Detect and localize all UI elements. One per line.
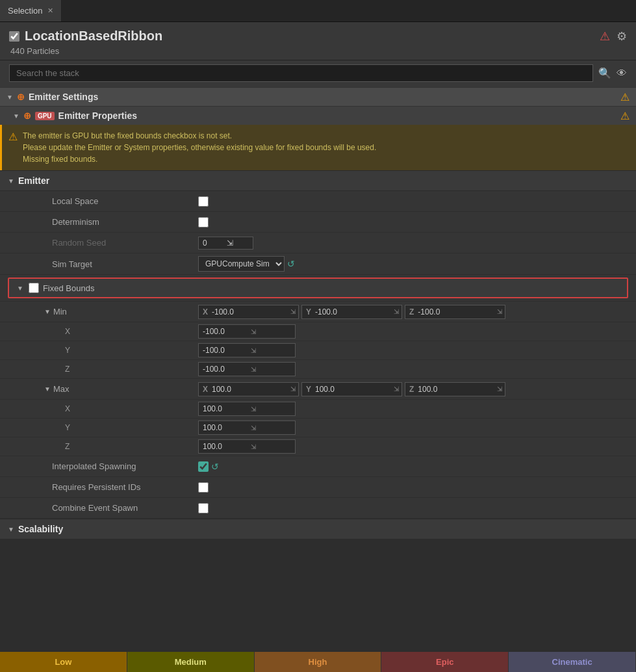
sim-target-value: GPUCompute Sim ↺ <box>198 256 636 272</box>
min-x-label-badge: X <box>199 305 210 318</box>
min-x-sub-expand[interactable]: ⇲ <box>248 326 295 337</box>
emitter-section-arrow: ▼ <box>8 177 14 185</box>
max-arrow: ▼ <box>44 385 51 393</box>
random-seed-number: 0 <box>203 239 227 248</box>
local-space-row: Local Space <box>0 191 636 212</box>
min-z-sub-expand[interactable]: ⇲ <box>248 364 295 375</box>
scalability-section-header[interactable]: ▼ Scalability <box>0 519 636 539</box>
warning-line2: Please update the Emitter or System prop… <box>23 142 376 153</box>
interpolated-spawning-value: ↺ <box>198 461 636 472</box>
max-x-sub-expand[interactable]: ⇲ <box>248 404 295 415</box>
warning-line3: Missing fixed bounds. <box>23 153 376 165</box>
requires-persistent-ids-checkbox[interactable] <box>198 482 209 493</box>
scalability-tab-epic[interactable]: Epic <box>381 652 509 672</box>
min-z-field[interactable]: Z -100.0 ⇲ <box>405 305 505 319</box>
warning-icon-header[interactable]: ⚠ <box>600 29 610 44</box>
min-z-expand-icon[interactable]: ⇲ <box>494 306 505 317</box>
max-x-sub-label: X <box>0 404 198 413</box>
min-x-sub-input[interactable]: -100.0 ⇲ <box>198 324 296 339</box>
bottom-area: Low Medium High Epic Cinematic <box>0 652 636 672</box>
tab-bar: Selection ✕ <box>0 0 636 22</box>
particle-count: 440 Particles <box>10 46 627 56</box>
interpolated-spawning-row: Interpolated Spawning ↺ <box>0 456 636 477</box>
interpolated-spawning-reset-icon[interactable]: ↺ <box>211 461 219 472</box>
min-y-field[interactable]: Y -100.0 ⇲ <box>301 305 402 319</box>
max-label: ▼ Max <box>0 384 198 394</box>
eye-icon[interactable]: 👁 <box>617 68 627 79</box>
warning-box: ⚠ The emitter is GPU but the fixed bound… <box>0 125 636 170</box>
max-x-expand-icon[interactable]: ⇲ <box>288 383 298 394</box>
warning-line1: The emitter is GPU but the fixed bounds … <box>23 130 376 142</box>
combine-event-spawn-label: Combine Event Spawn <box>0 503 198 513</box>
gpu-badge: GPU <box>35 112 55 120</box>
min-z-sub-input[interactable]: -100.0 ⇲ <box>198 362 296 376</box>
emitter-settings-header[interactable]: ▼ ⊕ Emitter Settings ⚠ <box>0 87 636 106</box>
interpolated-spawning-label: Interpolated Spawning <box>0 461 198 471</box>
random-seed-expand-icon[interactable]: ⇲ <box>227 239 251 248</box>
emitter-properties-header[interactable]: ▼ ⊕ GPU Emitter Properties ⚠ <box>0 106 636 125</box>
min-y-sub-input[interactable]: -100.0 ⇲ <box>198 343 296 357</box>
max-row: ▼ Max X 100.0 ⇲ Y 100.0 ⇲ Z 100.0 ⇲ <box>0 379 636 400</box>
max-z-label-badge: Z <box>405 383 416 396</box>
random-seed-field[interactable]: 0 ⇲ <box>198 237 253 250</box>
emitter-settings-warning: ⚠ <box>620 91 630 103</box>
warning-text: The emitter is GPU but the fixed bounds … <box>23 130 376 165</box>
fixed-bounds-row[interactable]: ▼ Fixed Bounds <box>8 278 628 298</box>
emitter-properties-warning: ⚠ <box>620 110 630 122</box>
max-x-sub-input[interactable]: 100.0 ⇲ <box>198 402 296 416</box>
max-z-expand-icon[interactable]: ⇲ <box>494 383 505 394</box>
emitter-section-header[interactable]: ▼ Emitter <box>0 170 636 191</box>
search-icon[interactable]: 🔍 <box>598 67 611 79</box>
search-input[interactable] <box>9 64 593 82</box>
max-y-field[interactable]: Y 100.0 ⇲ <box>301 382 402 396</box>
requires-persistent-ids-label: Requires Persistent IDs <box>0 482 198 492</box>
tab-label: Selection <box>8 6 42 16</box>
local-space-label: Local Space <box>0 196 198 206</box>
scalability-tab-medium[interactable]: Medium <box>127 652 255 672</box>
max-xyz-values: X 100.0 ⇲ Y 100.0 ⇲ Z 100.0 ⇲ <box>198 382 636 396</box>
gear-icon-header[interactable]: ⚙ <box>617 29 627 44</box>
max-x-label-badge: X <box>199 383 210 396</box>
min-z-sub-label: Z <box>0 365 198 374</box>
emitter-properties-icon: ⊕ <box>23 110 31 121</box>
emitter-enabled-checkbox[interactable] <box>9 31 19 42</box>
fixed-bounds-checkbox[interactable] <box>29 283 39 293</box>
scalability-label: Scalability <box>18 524 63 534</box>
max-y-label-badge: Y <box>302 383 314 396</box>
max-x-value: 100.0 <box>210 383 288 396</box>
scalability-tab-high[interactable]: High <box>255 652 382 672</box>
emitter-name: LocationBasedRibbon <box>25 29 162 44</box>
combine-event-spawn-checkbox[interactable] <box>198 503 209 513</box>
max-y-sub-expand[interactable]: ⇲ <box>248 422 295 433</box>
emitter-section-label: Emitter <box>18 175 49 186</box>
scalability-tab-low[interactable]: Low <box>0 652 127 672</box>
min-y-sub-expand[interactable]: ⇲ <box>248 345 295 356</box>
props-area: Local Space Determinism Random Seed 0 ⇲ … <box>0 191 636 519</box>
sim-target-select[interactable]: GPUCompute Sim <box>198 256 285 272</box>
local-space-checkbox[interactable] <box>198 196 209 207</box>
max-y-expand-icon[interactable]: ⇲ <box>391 383 401 394</box>
min-z-sub-number: -100.0 <box>199 363 248 376</box>
combine-event-spawn-row: Combine Event Spawn <box>0 498 636 519</box>
max-z-sub-row: Z 100.0 ⇲ <box>0 437 636 456</box>
min-z-sub-row: Z -100.0 ⇲ <box>0 360 636 379</box>
min-x-field[interactable]: X -100.0 ⇲ <box>198 305 299 319</box>
max-z-sub-input[interactable]: 100.0 ⇲ <box>198 439 296 454</box>
sim-target-reset-icon[interactable]: ↺ <box>287 259 295 269</box>
min-y-sub-label: Y <box>0 346 198 355</box>
selection-tab[interactable]: Selection ✕ <box>0 0 62 21</box>
emitter-title: LocationBasedRibbon <box>9 29 162 44</box>
max-y-sub-input[interactable]: 100.0 ⇲ <box>198 420 296 435</box>
tab-close-button[interactable]: ✕ <box>47 6 53 15</box>
min-y-expand-icon[interactable]: ⇲ <box>391 306 401 317</box>
max-y-sub-value: 100.0 ⇲ <box>198 420 636 435</box>
min-xyz-values: X -100.0 ⇲ Y -100.0 ⇲ Z -100.0 ⇲ <box>198 305 636 319</box>
interpolated-spawning-checkbox[interactable] <box>198 461 209 472</box>
sim-target-row: Sim Target GPUCompute Sim ↺ <box>0 253 636 275</box>
min-x-expand-icon[interactable]: ⇲ <box>288 306 298 317</box>
max-z-field[interactable]: Z 100.0 ⇲ <box>405 382 505 396</box>
max-z-sub-expand[interactable]: ⇲ <box>248 441 295 452</box>
max-x-field[interactable]: X 100.0 ⇲ <box>198 382 299 396</box>
determinism-checkbox[interactable] <box>198 217 209 227</box>
scalability-tab-cinematic[interactable]: Cinematic <box>509 652 636 672</box>
